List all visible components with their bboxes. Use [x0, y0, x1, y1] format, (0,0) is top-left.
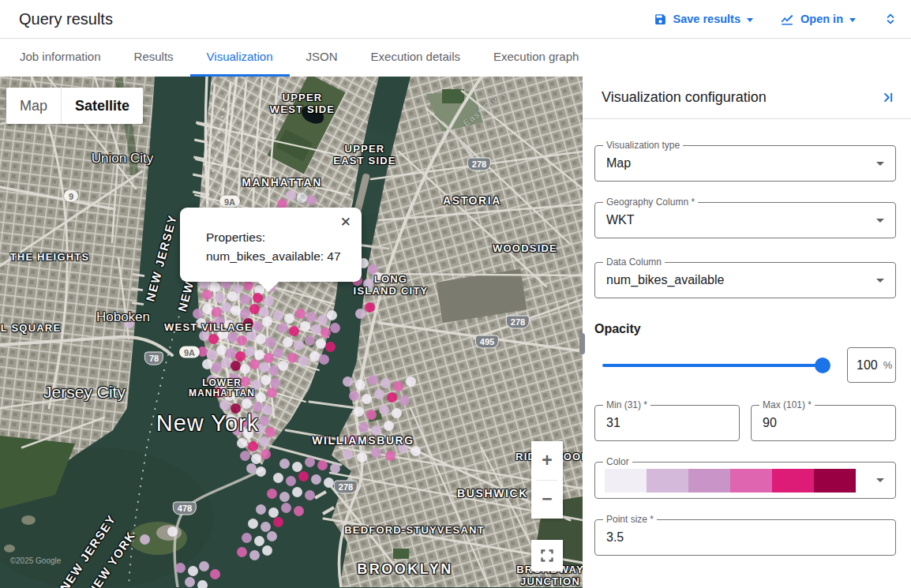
data-point[interactable] — [311, 474, 321, 485]
data-point[interactable] — [305, 457, 315, 467]
data-point[interactable] — [240, 451, 250, 461]
data-point[interactable] — [295, 309, 306, 319]
data-point[interactable] — [197, 580, 208, 588]
data-point[interactable] — [256, 504, 266, 515]
opacity-value-field[interactable]: 100 % — [847, 347, 896, 383]
data-point[interactable] — [286, 190, 296, 200]
data-point[interactable] — [265, 427, 276, 437]
data-point[interactable] — [349, 391, 359, 401]
data-point[interactable] — [256, 334, 266, 344]
data-point[interactable] — [287, 353, 298, 363]
data-point[interactable] — [254, 536, 264, 546]
select-field-visualization-type[interactable]: Visualization typeMap — [594, 145, 896, 182]
point-size-field[interactable]: Point size * 3.5 — [594, 519, 896, 556]
data-point[interactable] — [259, 307, 269, 317]
data-point[interactable] — [237, 547, 247, 557]
data-point[interactable] — [193, 309, 203, 319]
data-point[interactable] — [235, 386, 246, 396]
data-point[interactable] — [371, 425, 381, 436]
panel-resize-handle[interactable] — [579, 333, 585, 354]
data-point[interactable] — [298, 356, 309, 366]
data-point[interactable] — [286, 476, 296, 486]
data-point[interactable] — [374, 389, 384, 399]
data-point[interactable] — [243, 429, 253, 439]
collapse-panel-button[interactable] — [881, 91, 894, 104]
data-point[interactable] — [210, 569, 220, 579]
data-point[interactable] — [357, 452, 367, 463]
data-point[interactable] — [292, 487, 302, 497]
data-point[interactable] — [256, 466, 266, 477]
data-point[interactable] — [371, 448, 381, 458]
data-point[interactable] — [208, 334, 219, 344]
data-point[interactable] — [264, 296, 274, 306]
data-point[interactable] — [167, 526, 178, 537]
data-point[interactable] — [249, 304, 260, 314]
map-canvas[interactable]: Union CityMANHATTANUPPER WEST SIDEUPPER … — [0, 77, 583, 588]
data-point[interactable] — [316, 339, 326, 349]
data-point[interactable] — [197, 346, 208, 357]
data-point[interactable] — [226, 348, 236, 358]
data-point[interactable] — [294, 506, 304, 516]
data-point[interactable] — [327, 310, 337, 320]
min-field[interactable]: Min (31) * 31 — [594, 405, 740, 441]
data-point[interactable] — [240, 309, 250, 319]
map-type-satellite-button[interactable]: Satellite — [61, 88, 143, 124]
data-point[interactable] — [199, 331, 209, 341]
tab-json[interactable]: JSON — [290, 39, 354, 77]
data-point[interactable] — [330, 463, 340, 474]
data-point[interactable] — [268, 507, 279, 518]
data-point[interactable] — [355, 309, 366, 319]
data-point[interactable] — [278, 323, 288, 333]
data-point[interactable] — [251, 454, 261, 464]
data-point[interactable] — [248, 519, 258, 529]
data-point[interactable] — [235, 351, 246, 361]
data-point[interactable] — [398, 443, 408, 453]
expand-results-button[interactable] — [883, 10, 898, 28]
data-point[interactable] — [199, 561, 209, 571]
data-point[interactable] — [240, 364, 250, 374]
data-point[interactable] — [354, 406, 364, 417]
data-point[interactable] — [218, 378, 228, 388]
data-point[interactable] — [289, 326, 299, 336]
data-point[interactable] — [245, 389, 255, 399]
data-point[interactable] — [387, 392, 397, 403]
data-point[interactable] — [249, 359, 260, 369]
data-point[interactable] — [325, 342, 336, 352]
data-point[interactable] — [321, 328, 331, 338]
tab-visualization[interactable]: Visualization — [190, 39, 290, 77]
data-point[interactable] — [253, 293, 263, 303]
data-point[interactable] — [284, 313, 294, 324]
data-point[interactable] — [221, 302, 231, 313]
data-point[interactable] — [273, 517, 283, 527]
data-point[interactable] — [221, 358, 231, 368]
data-point[interactable] — [281, 503, 291, 513]
data-point[interactable] — [175, 563, 186, 573]
data-point[interactable] — [140, 534, 150, 545]
data-point[interactable] — [278, 361, 288, 371]
data-point[interactable] — [273, 348, 283, 358]
data-point[interactable] — [224, 391, 234, 401]
data-point[interactable] — [294, 340, 304, 350]
data-point[interactable] — [385, 451, 396, 461]
data-point[interactable] — [237, 438, 247, 448]
data-point[interactable] — [330, 323, 340, 333]
data-point[interactable] — [254, 424, 264, 434]
data-point[interactable] — [219, 400, 230, 410]
data-point[interactable] — [253, 321, 263, 331]
max-field[interactable]: Max (101) * 90 — [751, 405, 896, 441]
data-point[interactable] — [185, 577, 195, 587]
tab-job-information[interactable]: Job information — [3, 39, 118, 77]
select-field-data-column[interactable]: Data Columnnum_bikes_available — [594, 262, 896, 298]
data-point[interactable] — [231, 403, 241, 414]
data-point[interactable] — [267, 388, 277, 398]
data-point[interactable] — [226, 414, 236, 425]
data-point[interactable] — [311, 324, 321, 335]
data-point[interactable] — [355, 380, 366, 390]
fullscreen-button[interactable] — [531, 540, 563, 571]
data-point[interactable] — [234, 323, 244, 333]
data-point[interactable] — [229, 373, 239, 384]
opacity-slider[interactable] — [602, 364, 830, 367]
data-point[interactable] — [218, 329, 228, 339]
data-point[interactable] — [273, 310, 283, 320]
data-point[interactable] — [237, 335, 247, 346]
